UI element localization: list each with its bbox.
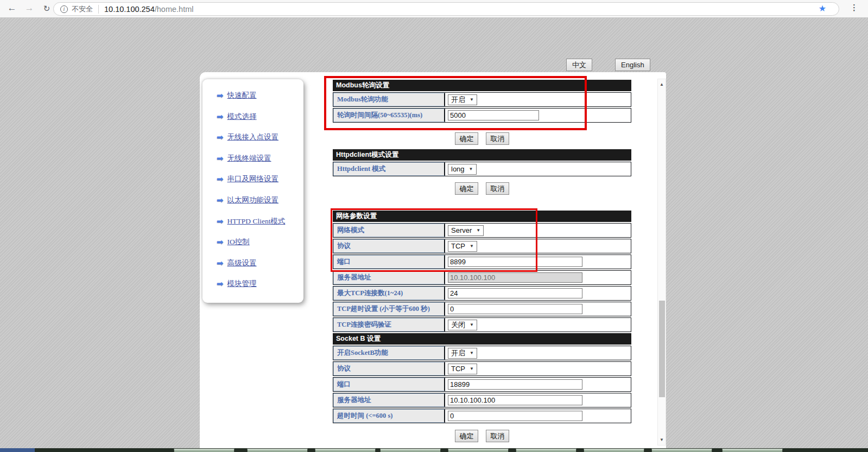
sidebar-link[interactable]: 高级设置 (227, 258, 257, 268)
field-label: 超时时间 (<=600 s) (333, 409, 445, 423)
sidebar-link[interactable]: 无线接入点设置 (227, 132, 279, 142)
security-label[interactable]: 不安全 (72, 4, 93, 14)
arrow-right-icon: ➡ (217, 91, 224, 100)
arrow-right-icon: ➡ (217, 154, 224, 163)
field-value-cell (445, 109, 631, 122)
url-path: /home.html (155, 5, 194, 14)
field-label: 最大TCP连接数(1~24) (333, 287, 445, 300)
network-input-5[interactable] (448, 304, 582, 314)
chevron-down-icon: ▼ (470, 97, 474, 102)
field-value-cell: TCP▼ (445, 239, 631, 253)
taskbar-button[interactable] (584, 449, 644, 452)
sidebar-item-2[interactable]: ➡模式选择 (217, 110, 303, 124)
form-row: 端口 (333, 377, 631, 392)
taskbar-button[interactable] (448, 449, 509, 452)
taskbar-button[interactable] (247, 449, 308, 452)
httpdclient-select-0[interactable]: long▼ (448, 164, 477, 175)
sidebar-link[interactable]: 模块管理 (227, 279, 257, 289)
network-input-3[interactable] (448, 272, 582, 283)
scroll-up-icon[interactable]: ▲ (658, 82, 666, 87)
field-value-cell (445, 287, 631, 300)
socketb-input-2[interactable] (448, 379, 582, 390)
form-row: TCP超时设置 (小于等于600 秒) (333, 302, 631, 316)
bookmark-star-icon[interactable]: ★ (819, 3, 826, 14)
sidebar-link[interactable]: HTTPD Client模式 (227, 217, 286, 226)
reload-icon[interactable]: ↻ (40, 4, 53, 14)
separator (98, 5, 99, 14)
socketb-input-3[interactable] (448, 395, 582, 405)
form-row: 网络模式Server▼ (333, 223, 631, 238)
sidebar-item-3[interactable]: ➡无线接入点设置 (217, 130, 303, 144)
sidebar-link[interactable]: 快速配置 (227, 91, 257, 100)
form-row: 超时时间 (<=600 s) (333, 409, 631, 423)
settings-form: Modbus轮询设置Modbus轮询功能开启▼轮询时间间隔(50~65535)(… (333, 80, 631, 442)
sidebar-link[interactable]: 串口及网络设置 (227, 174, 279, 184)
socketb-select-0[interactable]: 开启▼ (448, 348, 477, 359)
cancel-button[interactable]: 取消 (486, 182, 509, 195)
sidebar-link[interactable]: 模式选择 (227, 112, 257, 122)
socketb-input-4[interactable] (448, 411, 582, 421)
sidebar-item-10[interactable]: ➡模块管理 (217, 277, 303, 291)
field-value-cell (445, 378, 631, 391)
network-select-1[interactable]: TCP▼ (448, 241, 477, 252)
os-taskbar (0, 448, 868, 452)
language-chinese-button[interactable]: 中文 (566, 59, 592, 71)
address-bar[interactable]: i 不安全 10.10.100.254/home.html (53, 2, 839, 16)
form-row: 开启SocketB功能开启▼ (333, 346, 631, 360)
ok-button[interactable]: 确定 (455, 430, 478, 442)
menu-dots-icon[interactable]: ⋮ (850, 3, 858, 12)
cancel-button[interactable]: 取消 (486, 430, 509, 442)
network-input-2[interactable] (448, 257, 582, 267)
form-row: 端口 (333, 254, 631, 269)
section-header-modbus: Modbus轮询设置 (333, 80, 631, 91)
section-header-socketb: Socket B 设置 (333, 333, 631, 345)
modbus-select-0[interactable]: 开启▼ (448, 94, 477, 105)
taskbar-button[interactable] (315, 449, 376, 452)
form-row: 轮询时间间隔(50~65535)(ms) (333, 108, 631, 123)
back-icon[interactable]: ← (5, 3, 18, 14)
network-select-0[interactable]: Server▼ (448, 225, 484, 236)
scroll-down-icon[interactable]: ▼ (658, 437, 666, 442)
taskbar-button[interactable] (516, 449, 576, 452)
sidebar-link[interactable]: 无线终端设置 (227, 154, 271, 163)
sidebar-link[interactable]: 以太网功能设置 (227, 195, 279, 205)
arrow-right-icon: ➡ (217, 279, 224, 289)
modbus-input-1[interactable] (448, 110, 539, 120)
button-bar: 确定取消 (333, 430, 631, 442)
cancel-button[interactable]: 取消 (486, 132, 509, 145)
scrollbar-thumb[interactable] (659, 301, 665, 397)
arrow-right-icon: ➡ (217, 112, 224, 122)
sidebar-item-1[interactable]: ➡快速配置 (217, 88, 303, 103)
sidebar-item-6[interactable]: ➡以太网功能设置 (217, 193, 303, 207)
sidebar-item-4[interactable]: ➡无线终端设置 (217, 151, 303, 165)
vertical-scrollbar[interactable]: ▲ ▼ (657, 79, 666, 445)
ok-button[interactable]: 确定 (455, 182, 478, 195)
form-row: 协议TCP▼ (333, 239, 631, 253)
chevron-down-icon: ▼ (470, 244, 474, 249)
taskbar-button[interactable] (722, 449, 783, 452)
section-header-network: 网络参数设置 (333, 211, 631, 222)
network-select-6[interactable]: 关闭▼ (448, 320, 477, 330)
taskbar-start-segment[interactable] (0, 448, 35, 452)
browser-toolbar: ← → ↻ i 不安全 10.10.100.254/home.html ★ ⋮ (0, 0, 868, 18)
ok-button[interactable]: 确定 (455, 132, 478, 145)
info-icon[interactable]: i (60, 5, 68, 13)
sidebar-link[interactable]: IO控制 (227, 237, 250, 247)
sidebar-item-8[interactable]: ➡IO控制 (217, 235, 303, 249)
chevron-down-icon: ▼ (470, 366, 474, 371)
forward-icon[interactable]: → (23, 3, 36, 14)
language-english-button[interactable]: English (615, 59, 650, 71)
network-input-4[interactable] (448, 288, 582, 298)
taskbar-button[interactable] (174, 449, 235, 452)
field-label: 网络模式 (333, 224, 445, 237)
socketb-select-1[interactable]: TCP▼ (448, 364, 477, 374)
sidebar-item-7[interactable]: ➡HTTPD Client模式 (217, 214, 303, 228)
taskbar-button[interactable] (651, 449, 712, 452)
sidebar-item-9[interactable]: ➡高级设置 (217, 256, 303, 270)
taskbar-button[interactable] (380, 449, 441, 452)
sidebar-item-5[interactable]: ➡串口及网络设置 (217, 172, 303, 186)
arrow-right-icon: ➡ (217, 195, 224, 205)
form-row: 协议TCP▼ (333, 361, 631, 376)
button-bar: 确定取消 (333, 132, 631, 145)
field-value-cell (445, 255, 631, 269)
